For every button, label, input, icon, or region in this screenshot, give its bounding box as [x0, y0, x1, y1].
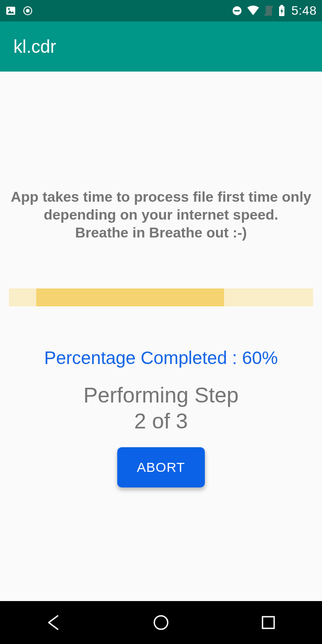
nav-home-button[interactable]	[134, 601, 188, 644]
status-time: 5:48	[292, 4, 317, 18]
picture-icon	[5, 5, 16, 16]
info-line-2: depending on your internet speed.	[9, 206, 313, 224]
svg-point-4	[26, 9, 30, 13]
status-right-icons: 5:48	[232, 4, 317, 18]
status-bar: 5:48	[0, 0, 322, 21]
abort-button[interactable]: ABORT	[117, 447, 205, 487]
svg-rect-12	[263, 617, 274, 628]
dnd-icon	[232, 5, 242, 16]
svg-rect-0	[6, 7, 15, 15]
nav-back-button[interactable]	[27, 601, 80, 644]
step-line-2: 2 of 3	[0, 408, 322, 434]
app-bar: kl.cdr	[0, 21, 322, 72]
status-left-icons	[5, 5, 33, 16]
no-sim-icon	[264, 5, 274, 17]
home-icon	[153, 614, 169, 631]
info-line-3: Breathe in Breathe out :-)	[9, 224, 313, 242]
nav-recent-button[interactable]	[242, 601, 295, 644]
svg-rect-9	[280, 5, 283, 6]
recent-icon	[261, 615, 276, 630]
percent-completed-label: Percentage Completed : 60%	[0, 348, 322, 368]
wifi-icon	[247, 5, 259, 16]
navigation-bar	[0, 601, 322, 644]
app-title: kl.cdr	[13, 37, 56, 57]
back-icon	[45, 614, 62, 631]
progress-bar-fill	[36, 288, 224, 306]
battery-charging-icon	[278, 5, 285, 17]
svg-point-11	[154, 616, 168, 629]
step-line-1: Performing Step	[0, 382, 322, 408]
circle-icon	[22, 5, 33, 16]
info-line-1: App takes time to process file first tim…	[9, 188, 313, 206]
step-label: Performing Step 2 of 3	[0, 382, 322, 434]
content-area: App takes time to process file first tim…	[0, 72, 322, 601]
svg-rect-6	[234, 10, 240, 12]
svg-point-2	[8, 8, 10, 10]
progress-bar	[9, 288, 313, 306]
info-text: App takes time to process file first tim…	[9, 188, 313, 242]
